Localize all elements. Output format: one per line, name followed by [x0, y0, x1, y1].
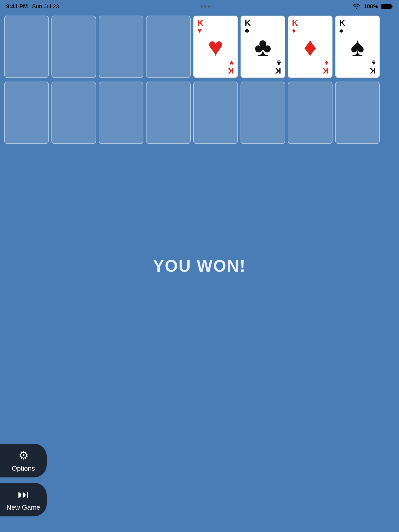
dot-3 [208, 5, 210, 8]
tableau-slot-5[interactable] [193, 82, 238, 144]
card-rank-bottom: K [322, 66, 328, 75]
svg-rect-1 [391, 5, 393, 8]
card-suit-top: ♥ [197, 27, 202, 34]
card-suit-top: ♦ [292, 27, 296, 34]
card-suit-center: ♠ [350, 34, 364, 60]
card-suit-bottom: ♥ [229, 59, 234, 66]
tableau-row [4, 82, 395, 144]
tableau-slot-1[interactable] [4, 82, 49, 144]
tableau-slot-4[interactable] [146, 82, 191, 144]
game-area: K ♥ ♥ K ♥ K ♣ ♣ K ♣ K ♦ ♦ K ♦ K ♠ ♠ K [0, 13, 399, 150]
status-bar-right: 100% [352, 3, 393, 10]
empty-slot-3[interactable] [99, 16, 143, 78]
card-suit-center: ♥ [208, 34, 223, 60]
tableau-slot-6[interactable] [241, 82, 285, 144]
card-rank-bottom: K [275, 66, 281, 75]
battery-icon [381, 4, 393, 9]
new-game-label: New Game [6, 503, 40, 511]
card-suit-bottom: ♠ [372, 59, 376, 66]
tableau-slot-2[interactable] [51, 82, 96, 144]
card-rank-top: K [245, 19, 251, 27]
status-time: 9:41 PM [6, 3, 28, 10]
gear-icon: ⚙ [18, 449, 29, 462]
card-rank-bottom: K [228, 66, 234, 75]
card-suit-top: ♠ [339, 27, 343, 34]
battery-percent: 100% [364, 3, 378, 10]
card-king-diamonds[interactable]: K ♦ ♦ K ♦ [288, 16, 332, 78]
card-rank-bottom: K [370, 66, 376, 75]
card-suit-bottom: ♣ [276, 59, 281, 66]
foundation-row: K ♥ ♥ K ♥ K ♣ ♣ K ♣ K ♦ ♦ K ♦ K ♠ ♠ K [4, 16, 395, 78]
win-message: YOU WON! [153, 256, 246, 276]
options-label: Options [12, 464, 35, 473]
status-bar-left: 9:41 PM Sun Jul 23 [6, 3, 59, 10]
card-king-clubs[interactable]: K ♣ ♣ K ♣ [241, 16, 285, 78]
card-suit-center: ♦ [303, 34, 317, 60]
options-button[interactable]: ⚙ Options [0, 444, 47, 477]
card-king-spades[interactable]: K ♠ ♠ K ♠ [335, 16, 380, 78]
status-date: Sun Jul 23 [32, 3, 59, 10]
empty-slot-4[interactable] [146, 16, 191, 78]
card-rank-top: K [292, 19, 298, 27]
tableau-slot-7[interactable] [288, 82, 332, 144]
card-rank-top: K [339, 19, 345, 27]
empty-slot-1[interactable] [4, 16, 49, 78]
skip-icon: ⏭ [18, 488, 29, 501]
card-suit-center: ♣ [254, 34, 271, 60]
empty-slot-2[interactable] [51, 16, 96, 78]
card-suit-bottom: ♦ [325, 59, 328, 66]
status-bar-center [201, 5, 210, 8]
card-king-hearts[interactable]: K ♥ ♥ K ♥ [193, 16, 238, 78]
svg-rect-0 [382, 4, 391, 9]
tableau-slot-3[interactable] [99, 82, 143, 144]
status-bar: 9:41 PM Sun Jul 23 100% [0, 0, 399, 13]
card-suit-top: ♣ [245, 27, 249, 34]
new-game-button[interactable]: ⏭ New Game [0, 483, 47, 516]
tableau-slot-8[interactable] [335, 82, 380, 144]
dot-1 [201, 5, 203, 8]
wifi-icon [352, 3, 361, 10]
bottom-buttons: ⚙ Options ⏭ New Game [0, 444, 47, 516]
card-rank-top: K [197, 19, 203, 27]
dot-2 [204, 5, 207, 8]
